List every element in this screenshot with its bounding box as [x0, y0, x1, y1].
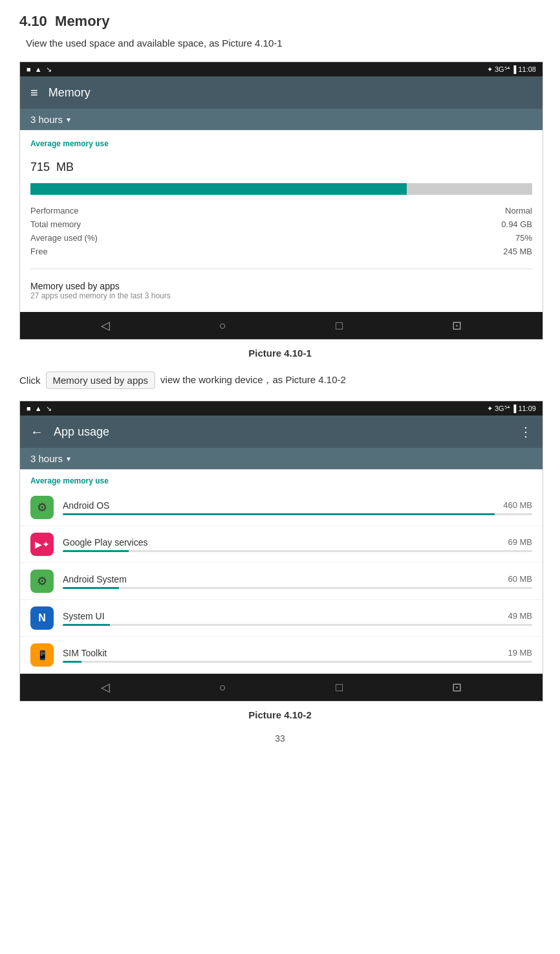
notification-icon-5: ▲: [35, 405, 42, 412]
section-heading: 4.10 Memory: [19, 13, 541, 30]
memory-bar-fill-1: [30, 183, 407, 195]
memory-content-1: Average memory use 715 MB Performance No…: [20, 130, 543, 312]
screenshot-nav-icon-1[interactable]: ⊡: [452, 318, 462, 333]
notification-icon-3: ↘: [46, 65, 52, 74]
system-ui-info: System UI 49 MB: [63, 611, 532, 626]
google-play-header: Google Play services 69 MB: [63, 537, 532, 548]
stats-row-avg-used: Average used (%) 75%: [30, 231, 532, 245]
google-play-bar: [63, 550, 532, 552]
home-nav-icon-1[interactable]: ○: [219, 319, 226, 333]
status-icons-left-2: ■ ▲ ↘: [27, 405, 52, 413]
picture-caption-2: Picture 4.10-2: [19, 709, 541, 720]
time-filter-dropdown-2[interactable]: 3 hours ▾: [30, 453, 70, 464]
click-description: Click Memory used by apps view the worki…: [19, 372, 541, 389]
status-bar-1: ■ ▲ ↘ ✦ 3G⁵⁴ ▐ 11:08: [20, 62, 543, 76]
list-item[interactable]: 📱 SIM Toolkit 19 MB: [20, 637, 543, 674]
list-item[interactable]: N System UI 49 MB: [20, 600, 543, 637]
list-item[interactable]: ▶✦ Google Play services 69 MB: [20, 526, 543, 563]
home-nav-icon-2[interactable]: ○: [219, 681, 226, 694]
memory-bar-1: [30, 183, 532, 195]
avg-memory-label-2: Average memory use: [20, 469, 543, 489]
nav-bar-1: ◁ ○ □ ⊡: [20, 312, 543, 339]
stats-table-1: Performance Normal Total memory 0.94 GB …: [30, 204, 532, 258]
android-os-bar: [63, 513, 532, 515]
notification-icon-6: ↘: [46, 405, 52, 413]
android-system-header: Android System 60 MB: [63, 574, 532, 584]
time-filter-label-1: 3 hours: [30, 114, 63, 125]
picture-caption-1: Picture 4.10-1: [19, 348, 541, 359]
divider-1: [30, 269, 532, 269]
time-filter-dropdown-1[interactable]: 3 hours ▾: [30, 114, 70, 125]
list-item[interactable]: ⚙ Android OS 460 MB: [20, 489, 543, 526]
android-system-name: Android System: [63, 574, 127, 584]
list-item[interactable]: ⚙ Android System 60 MB: [20, 563, 543, 600]
click-prefix: Click: [19, 375, 41, 386]
toolbar-title-1: Memory: [48, 86, 91, 100]
sim-toolkit-mb: 19 MB: [508, 648, 532, 658]
android-system-icon: ⚙: [30, 570, 54, 593]
android-os-header: Android OS 460 MB: [63, 500, 532, 511]
system-ui-icon: N: [30, 606, 54, 630]
system-ui-bar: [63, 624, 532, 626]
avg-memory-label-1: Average memory use: [30, 139, 532, 148]
page-number: 33: [19, 733, 541, 744]
memory-apps-subtitle: 27 apps used memory in the last 3 hours: [30, 291, 532, 300]
time-filter-bar-1: 3 hours ▾: [20, 109, 543, 130]
sim-toolkit-bar: [63, 661, 532, 663]
google-play-info: Google Play services 69 MB: [63, 537, 532, 552]
android-system-info: Android System 60 MB: [63, 574, 532, 589]
memory-apps-title: Memory used by apps: [30, 281, 532, 291]
notification-icon-2: ▲: [35, 65, 42, 73]
sim-toolkit-icon: 📱: [30, 643, 54, 667]
time-filter-label-2: 3 hours: [30, 453, 63, 464]
phone-screenshot-1: ■ ▲ ↘ ✦ 3G⁵⁴ ▐ 11:08 ≡ Memory 3 hours ▾ …: [19, 61, 543, 340]
android-system-mb: 60 MB: [508, 574, 532, 584]
screenshot-nav-icon-2[interactable]: ⊡: [452, 680, 462, 694]
memory-apps-button-label[interactable]: Memory used by apps: [46, 372, 156, 389]
system-ui-header: System UI 49 MB: [63, 611, 532, 621]
android-os-icon: ⚙: [30, 496, 54, 519]
recents-nav-icon-2[interactable]: □: [336, 681, 343, 694]
notification-icon-4: ■: [27, 405, 31, 412]
nav-bar-2: ◁ ○ □ ⊡: [20, 674, 543, 701]
click-suffix: view the working device，as Picture 4.10-…: [160, 374, 346, 386]
chevron-down-icon-2: ▾: [67, 454, 70, 463]
google-play-mb: 69 MB: [508, 537, 532, 548]
sim-toolkit-info: SIM Toolkit 19 MB: [63, 648, 532, 663]
google-play-icon: ▶✦: [30, 533, 54, 556]
more-options-icon[interactable]: ⋮: [519, 424, 532, 439]
system-ui-name: System UI: [63, 611, 105, 621]
avg-memory-value-1: 715 MB: [30, 150, 532, 177]
status-bar-2: ■ ▲ ↘ ✦ 3G⁵⁴ ▐ 11:09: [20, 401, 543, 416]
back-nav-icon-1[interactable]: ◁: [101, 318, 110, 333]
system-ui-mb: 49 MB: [508, 611, 532, 621]
stats-row-performance: Performance Normal: [30, 204, 532, 217]
sim-toolkit-name: SIM Toolkit: [63, 648, 107, 658]
hamburger-menu-icon[interactable]: ≡: [30, 85, 38, 100]
app-toolbar-2: ← App usage ⋮: [20, 416, 543, 448]
recents-nav-icon-1[interactable]: □: [336, 319, 343, 333]
stats-row-free: Free 245 MB: [30, 245, 532, 258]
chevron-down-icon-1: ▾: [67, 115, 70, 124]
section-description: View the used space and available space,…: [19, 38, 541, 49]
status-icons-left-1: ■ ▲ ↘: [27, 65, 52, 74]
back-arrow-icon[interactable]: ←: [30, 425, 43, 439]
status-bar-right-2: ✦ 3G⁵⁴ ▐ 11:09: [487, 405, 536, 413]
google-play-name: Google Play services: [63, 537, 148, 548]
android-os-mb: 460 MB: [503, 500, 532, 511]
time-filter-bar-2: 3 hours ▾: [20, 448, 543, 469]
memory-apps-section[interactable]: Memory used by apps 27 apps used memory …: [30, 274, 532, 303]
app-toolbar-1: ≡ Memory: [20, 76, 543, 109]
android-os-name: Android OS: [63, 500, 109, 511]
sim-toolkit-header: SIM Toolkit 19 MB: [63, 648, 532, 658]
back-nav-icon-2[interactable]: ◁: [101, 680, 110, 694]
notification-icon-1: ■: [27, 65, 31, 73]
phone-screenshot-2: ■ ▲ ↘ ✦ 3G⁵⁴ ▐ 11:09 ← App usage ⋮ 3 hou…: [19, 401, 543, 702]
toolbar-title-2: App usage: [54, 425, 109, 439]
status-bar-right-1: ✦ 3G⁵⁴ ▐ 11:08: [487, 65, 536, 74]
app-list: ⚙ Android OS 460 MB ▶✦ Google Play servi…: [20, 489, 543, 674]
android-system-bar: [63, 587, 532, 589]
stats-row-total-memory: Total memory 0.94 GB: [30, 217, 532, 231]
android-os-info: Android OS 460 MB: [63, 500, 532, 515]
